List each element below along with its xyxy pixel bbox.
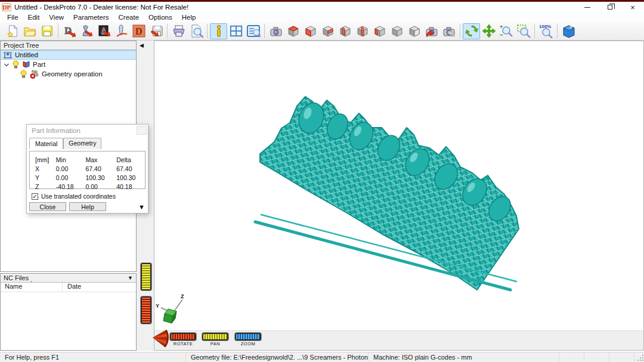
- nc-files-dropdown-icon[interactable]: ▼: [128, 275, 133, 281]
- view-previous-button[interactable]: [423, 23, 440, 39]
- zoom-100-button[interactable]: 100%: [537, 23, 555, 39]
- view-perspective-button[interactable]: [405, 23, 423, 39]
- view-left-button[interactable]: [336, 23, 354, 39]
- zoom-window-button[interactable]: [515, 23, 532, 39]
- tree-item-untitled[interactable]: Untitled: [1, 50, 136, 60]
- view-front-button[interactable]: [302, 23, 319, 39]
- view-side-button[interactable]: [371, 23, 388, 39]
- import-relief-button[interactable]: [78, 23, 95, 39]
- toolbar-separator: [460, 24, 460, 38]
- tree-item-geometry-operation[interactable]: Geometry operation: [1, 69, 136, 79]
- new-project-button[interactable]: [4, 23, 21, 39]
- zoom-slider-group: ZOOM: [235, 333, 261, 346]
- print-preview-icon: [189, 24, 203, 38]
- toolbar: D D: [0, 22, 644, 41]
- import-curve-icon: [114, 24, 129, 38]
- help-dialog-button[interactable]: Help: [69, 202, 106, 211]
- menu-help[interactable]: Help: [177, 13, 201, 21]
- view-isometric-button[interactable]: [388, 23, 405, 39]
- zoom-slider[interactable]: [235, 333, 261, 341]
- zoom-in-out-button[interactable]: +−: [497, 23, 515, 39]
- printer-icon: [172, 24, 186, 38]
- menu-view[interactable]: View: [44, 13, 69, 21]
- tab-geometry[interactable]: Geometry: [63, 138, 101, 149]
- import-bitmap-button[interactable]: [95, 23, 113, 39]
- open-project-button[interactable]: [21, 23, 38, 39]
- menu-parameters[interactable]: Parameters: [69, 13, 113, 21]
- visibility-bulb-icon[interactable]: [20, 70, 27, 78]
- visibility-bulb-icon[interactable]: [12, 60, 20, 69]
- print-button[interactable]: [170, 23, 187, 39]
- vertical-rotate-slider[interactable]: [141, 296, 151, 324]
- dialog-close-button[interactable]: [137, 126, 147, 135]
- window-title: Untitled - DeskProto 7.0 - Dealer licens…: [14, 4, 188, 11]
- import-geometry-icon: D: [63, 24, 77, 38]
- view-back-button[interactable]: [319, 23, 336, 39]
- tab-material[interactable]: Material: [29, 138, 63, 149]
- import-curve-button[interactable]: [113, 23, 130, 39]
- rotate-dial[interactable]: [135, 321, 171, 354]
- pan-slider-group: PAN: [202, 333, 228, 346]
- tree-item-part-label: Part: [33, 61, 45, 68]
- nc-files-header: NC Files ▼: [1, 274, 136, 283]
- minimize-button[interactable]: [576, 2, 599, 13]
- nc-column-name-label: Name: [5, 283, 22, 290]
- part-information-dialog[interactable]: Part Information Material Geometry [mm] …: [26, 124, 148, 214]
- save-project-button[interactable]: [38, 23, 55, 39]
- dialog-titlebar[interactable]: Part Information: [27, 125, 148, 137]
- import-geometry-button[interactable]: D: [61, 23, 78, 39]
- menu-options[interactable]: Options: [144, 13, 177, 21]
- close-button[interactable]: ×: [621, 2, 644, 13]
- deskproto-project-button[interactable]: D: [130, 23, 147, 39]
- rotate-view-button[interactable]: [463, 23, 480, 39]
- help-button[interactable]: ?: [560, 23, 577, 39]
- menu-edit[interactable]: Edit: [23, 13, 45, 21]
- export-nc-button[interactable]: [147, 23, 165, 39]
- collapse-panel-icon[interactable]: ◀: [140, 42, 144, 48]
- menu-file[interactable]: File: [2, 13, 23, 21]
- minimize-icon: [584, 7, 590, 8]
- svg-text:−: −: [500, 32, 503, 38]
- restore-button[interactable]: [599, 2, 621, 13]
- nc-files-list[interactable]: [1, 292, 136, 349]
- toolbar-separator: [58, 24, 58, 38]
- print-preview-button[interactable]: [187, 23, 205, 39]
- viewport-layout-button[interactable]: [227, 23, 244, 39]
- vertical-pan-slider[interactable]: [141, 263, 151, 290]
- viewport-list-button[interactable]: [244, 23, 262, 39]
- import-relief-icon: [80, 24, 94, 38]
- pan-view-button[interactable]: [480, 23, 497, 39]
- pan-slider[interactable]: [202, 333, 228, 341]
- rotate-slider[interactable]: [170, 333, 196, 341]
- status-empty-segment: [609, 352, 634, 362]
- view-right-button[interactable]: [354, 23, 371, 39]
- chevron-down-icon[interactable]: [4, 62, 10, 67]
- tree-item-part[interactable]: Part: [1, 60, 136, 69]
- nc-column-date[interactable]: Date: [63, 283, 81, 292]
- resize-grip[interactable]: [636, 353, 644, 361]
- menu-create[interactable]: Create: [114, 13, 144, 21]
- deskproto-d-icon: D: [132, 24, 146, 38]
- col-min: Min: [56, 155, 86, 164]
- dialog-tabs: Material Geometry: [27, 138, 148, 149]
- render-photo-button[interactable]: [267, 23, 284, 39]
- viewport-3d[interactable]: ROTATE PAN ZOOM: [154, 41, 644, 351]
- svg-text:?: ?: [569, 26, 572, 30]
- viewport-list-icon: [246, 24, 261, 38]
- translated-coordinates-row: ✓ Use translated coordinates: [32, 193, 116, 200]
- view-top-button[interactable]: [284, 23, 302, 39]
- nc-column-name[interactable]: Name ⌃: [1, 283, 63, 292]
- dialog-expand-icon[interactable]: ▼: [138, 203, 145, 211]
- zoom-in-out-icon: +−: [499, 24, 513, 38]
- pan-view-icon: [482, 24, 496, 38]
- status-geometry-file: Geometry file: E:\Freedesignwold\2. ...\…: [186, 352, 369, 362]
- table-row-y: Y 0.00 100.30 100.30: [30, 173, 145, 182]
- dialog-title: Part Information: [32, 127, 80, 134]
- project-tree-header: Project Tree: [1, 41, 136, 50]
- close-dialog-button[interactable]: Close: [29, 202, 66, 211]
- status-machine: Machine: ISO plain G-codes - mm: [369, 352, 559, 362]
- view-next-button[interactable]: [440, 23, 457, 39]
- info-button[interactable]: [210, 23, 227, 39]
- translated-coordinates-checkbox[interactable]: ✓: [32, 193, 38, 200]
- nc-files-title: NC Files: [4, 274, 29, 281]
